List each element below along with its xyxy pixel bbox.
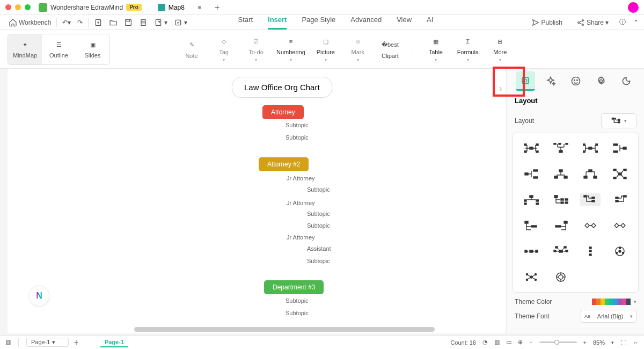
- swatch[interactable]: [605, 299, 609, 305]
- swatch[interactable]: [592, 299, 596, 305]
- swatch[interactable]: [626, 299, 631, 305]
- layout-option-21[interactable]: [521, 271, 541, 283]
- layout-dropdown[interactable]: ▾: [601, 113, 636, 128]
- node-jr-attorney[interactable]: Jr Attorney: [287, 234, 315, 241]
- chevron-down-icon[interactable]: ▾: [634, 299, 636, 304]
- subtopic[interactable]: Subtopic: [286, 310, 309, 316]
- panel-tab-history[interactable]: [617, 71, 636, 91]
- share-button[interactable]: Share▾: [573, 18, 612, 27]
- swatch[interactable]: [618, 299, 622, 305]
- new-tab-button[interactable]: +: [215, 3, 219, 12]
- layout-option-1[interactable]: [521, 142, 541, 155]
- layout-option-22[interactable]: [551, 271, 571, 283]
- layout-option-14[interactable]: [551, 219, 571, 232]
- layout-option-12[interactable]: [610, 193, 630, 206]
- publish-button[interactable]: Publish: [528, 18, 566, 27]
- redo-button[interactable]: ↷: [74, 19, 86, 26]
- status-icon-3[interactable]: ▭: [506, 339, 511, 346]
- page-tab[interactable]: Page-1: [100, 338, 128, 347]
- subtopic[interactable]: Subtopic: [286, 134, 309, 141]
- node-jr-attorney[interactable]: Jr Attorney: [287, 200, 315, 206]
- layout-option-2[interactable]: [551, 142, 571, 155]
- root-node[interactable]: Law Office Org Chart: [232, 77, 332, 98]
- node-jr-attorney[interactable]: Jr Attorney: [287, 175, 315, 181]
- layout-option-5[interactable]: [521, 168, 541, 180]
- node-assistant[interactable]: Assistant: [307, 245, 331, 252]
- collapse-panel-button[interactable]: ›: [496, 81, 506, 97]
- zoom-out[interactable]: −: [529, 339, 532, 346]
- layout-option-10[interactable]: [551, 193, 571, 206]
- tool-todo[interactable]: ☑To-do▾: [244, 36, 268, 62]
- panel-tab-layout[interactable]: [516, 71, 535, 91]
- help-button[interactable]: ⓘ: [619, 18, 626, 27]
- save-button[interactable]: [121, 18, 136, 27]
- panel-tab-settings[interactable]: [591, 71, 611, 91]
- document-tab[interactable]: Map8: [152, 0, 207, 14]
- tool-formula[interactable]: ΣFormula▾: [456, 36, 480, 62]
- layout-option-8[interactable]: [610, 168, 630, 180]
- theme-font-select[interactable]: Aa Arial (Big) ▾: [581, 310, 636, 323]
- node-department-3[interactable]: Department #3: [264, 280, 324, 294]
- pages-icon[interactable]: ▥: [5, 339, 11, 346]
- zoom-in[interactable]: +: [583, 339, 587, 346]
- panel-tab-style[interactable]: [541, 71, 560, 91]
- node-attorney-2[interactable]: Attorney #2: [259, 157, 309, 171]
- subtopic[interactable]: Subtopic: [286, 297, 309, 304]
- layout-option-11[interactable]: [580, 193, 601, 206]
- zoom-slider[interactable]: [539, 341, 577, 343]
- canvas[interactable]: Law Office Org Chart Attorney Subtopic S…: [8, 69, 506, 333]
- view-mindmap[interactable]: ✦ MindMap: [8, 34, 42, 64]
- subtopic[interactable]: Subtopic: [307, 222, 330, 229]
- layout-option-17[interactable]: [521, 245, 541, 258]
- swatch[interactable]: [622, 299, 626, 305]
- menu-advanced[interactable]: Advanced: [350, 16, 382, 30]
- menu-start[interactable]: Start: [238, 16, 253, 30]
- layout-option-9[interactable]: [521, 193, 541, 206]
- user-avatar[interactable]: [628, 2, 639, 13]
- edit-button[interactable]: ▾: [171, 18, 191, 27]
- open-button[interactable]: [106, 18, 121, 27]
- print-button[interactable]: [136, 18, 151, 27]
- swatch[interactable]: [601, 299, 605, 305]
- fullscreen-button[interactable]: ⛶: [620, 339, 626, 346]
- maximize-window[interactable]: [25, 4, 31, 10]
- layout-option-3[interactable]: [580, 142, 601, 155]
- node-attorney[interactable]: Attorney: [262, 105, 304, 119]
- page-select[interactable]: Page-1 ▾: [26, 338, 69, 347]
- swatch[interactable]: [596, 299, 601, 305]
- subtopic[interactable]: Subtopic: [307, 258, 330, 264]
- tool-mark[interactable]: ☺Mark▾: [346, 36, 370, 62]
- subtopic[interactable]: Subtopic: [286, 122, 309, 128]
- ai-assistant-button[interactable]: N: [29, 286, 49, 306]
- status-icon-2[interactable]: ▥: [494, 339, 500, 346]
- undo-button[interactable]: ↶▾: [59, 19, 74, 26]
- layout-option-13[interactable]: [521, 219, 541, 232]
- tool-more[interactable]: ⊞More▾: [488, 36, 512, 62]
- tool-clipart[interactable]: �bestClipart: [378, 40, 402, 59]
- theme-swatches[interactable]: [592, 299, 631, 305]
- subtopic[interactable]: Subtopic: [307, 186, 330, 193]
- minimize-window[interactable]: [15, 4, 21, 10]
- layout-option-15[interactable]: [580, 219, 601, 232]
- panel-tab-icon[interactable]: [566, 71, 586, 91]
- menu-view[interactable]: View: [397, 16, 412, 30]
- layout-option-6[interactable]: [551, 168, 571, 180]
- tool-numbering[interactable]: ≡Numbering▾: [276, 36, 305, 62]
- layout-option-4[interactable]: [610, 142, 630, 155]
- view-outline[interactable]: ☰ Outline: [42, 34, 76, 64]
- layout-option-16[interactable]: [610, 219, 630, 232]
- add-page-button[interactable]: +: [74, 338, 79, 347]
- swatch[interactable]: [609, 299, 613, 305]
- close-window[interactable]: [5, 4, 11, 10]
- layout-option-7[interactable]: [580, 168, 601, 180]
- layout-option-18[interactable]: [551, 245, 571, 258]
- menu-insert[interactable]: Insert: [268, 16, 287, 30]
- chevron-down-icon[interactable]: ▾: [611, 340, 614, 345]
- view-slides[interactable]: ▣ Slides: [76, 34, 109, 64]
- fit-button[interactable]: ↔: [633, 339, 639, 346]
- menu-ai[interactable]: AI: [427, 16, 433, 30]
- swatch[interactable]: [613, 299, 618, 305]
- workbench-button[interactable]: Workbench: [5, 18, 54, 27]
- horizontal-scrollbar[interactable]: [134, 327, 435, 332]
- tool-table[interactable]: ▦Table▾: [424, 36, 448, 62]
